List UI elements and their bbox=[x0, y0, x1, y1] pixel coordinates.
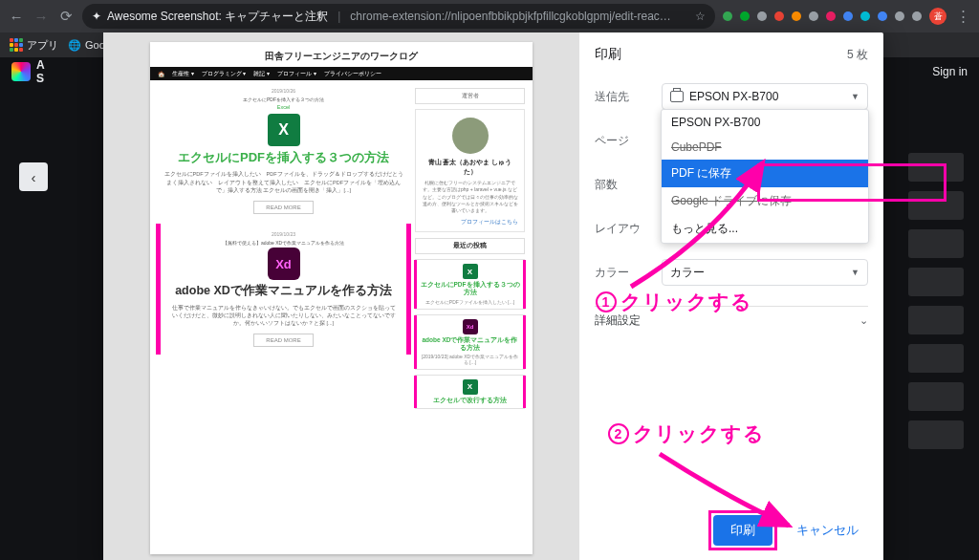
dropdown-option[interactable]: EPSON PX-B700 bbox=[662, 110, 868, 135]
recent-excerpt: [2019/10/23] adobe XDで作業マニュアルを作る [...] bbox=[420, 354, 520, 365]
panel-row[interactable] bbox=[908, 420, 964, 449]
article-body: エクセルにPDFファイルを挿入したい PDFファイルを、ドラッグ＆ドロップするだ… bbox=[158, 170, 409, 194]
profile-link: プロフィールはこちら bbox=[422, 219, 518, 226]
panel-row[interactable] bbox=[908, 153, 964, 182]
nav-item: 🏠 bbox=[158, 71, 164, 77]
copies-label: 部数 bbox=[595, 177, 662, 193]
excel-icon bbox=[268, 114, 300, 146]
article-date: 2019/10/23 bbox=[163, 231, 403, 237]
nav-item: プログラミング ▾ bbox=[202, 70, 247, 78]
annotation-number: 2 bbox=[608, 423, 629, 444]
article-subtitle: エクセルにPDFを挿入する３つの方法 bbox=[158, 97, 409, 102]
read-more-button: READ MORE bbox=[253, 201, 313, 214]
panel-row[interactable] bbox=[908, 306, 964, 334]
dropdown-option[interactable]: CubePDF bbox=[662, 135, 868, 160]
page-url: chrome-extension://nlipoenfbbikpbjkfpfil… bbox=[350, 10, 671, 23]
app-name: AS bbox=[36, 58, 45, 85]
browser-toolbar: ← → ⟳ ✦ Awesome Screenshot: キャプチャーと注釈 | … bbox=[0, 0, 979, 32]
app-logo-icon bbox=[11, 62, 31, 81]
print-preview: 田舎フリーエンジニアのワークログ 🏠 生産性 ▾ プログラミング ▾ 雑記 ▾ … bbox=[103, 32, 579, 560]
destination-select[interactable]: EPSON PX-B700 ▼ EPSON PX-B700 CubePDF PD… bbox=[662, 83, 868, 110]
destination-dropdown: EPSON PX-B700 CubePDF PDF に保存 Google ドライ… bbox=[661, 109, 869, 244]
recent-title: エクセルで改行する方法 bbox=[420, 397, 520, 404]
annotation-number: 1 bbox=[596, 291, 617, 312]
chevron-down-icon: ▼ bbox=[851, 92, 859, 101]
color-value: カラー bbox=[670, 265, 705, 281]
xd-icon bbox=[268, 248, 300, 280]
recent-title: adobe XDで作業マニュアルを作る方法 bbox=[420, 336, 520, 352]
ext-icon[interactable] bbox=[826, 11, 836, 21]
nav-item: 生産性 ▾ bbox=[172, 70, 194, 78]
menu-icon[interactable]: ⋮ bbox=[954, 8, 971, 25]
ext-icon[interactable] bbox=[809, 11, 818, 21]
dropdown-option[interactable]: Google ドライブに保存 bbox=[662, 187, 868, 215]
author-avatar bbox=[452, 118, 489, 154]
recent-post: エクセルにPDFを挿入する３つの方法 エクセルにPDFファイルを挿入したい [.… bbox=[415, 259, 525, 309]
panel-row[interactable] bbox=[908, 344, 964, 373]
editor-back-button[interactable]: ‹ bbox=[19, 162, 48, 191]
ext-icon[interactable] bbox=[912, 11, 922, 21]
layout-label: レイアウ bbox=[595, 221, 662, 237]
annotation-1: 1 クリックする bbox=[596, 289, 752, 315]
annotation-highlight-box: 印刷 bbox=[708, 510, 777, 550]
ext-icon[interactable] bbox=[878, 11, 887, 21]
destination-label: 送信先 bbox=[595, 89, 662, 105]
page-title: Awesome Screenshot: キャプチャーと注釈 bbox=[107, 9, 328, 25]
article-heading: adobe XDで作業マニュアルを作る方法 bbox=[163, 284, 403, 299]
annotation-text: クリックする bbox=[620, 289, 752, 315]
printer-icon bbox=[670, 91, 684, 102]
signin-link[interactable]: Sign in bbox=[932, 65, 968, 78]
ext-icon[interactable] bbox=[740, 11, 750, 21]
ext-icon[interactable] bbox=[860, 11, 870, 21]
article-subtitle: 【無料で使える】adobe XDで作業マニュアルを作る方法 bbox=[163, 240, 403, 246]
nav-item: 雑記 ▾ bbox=[253, 70, 270, 78]
print-button[interactable]: 印刷 bbox=[713, 515, 772, 546]
dropdown-option-selected[interactable]: PDF に保存 bbox=[662, 160, 868, 187]
ext-icon[interactable] bbox=[774, 11, 784, 21]
panel-row[interactable] bbox=[908, 229, 964, 258]
ext-icon[interactable] bbox=[792, 11, 801, 21]
ext-icon[interactable] bbox=[895, 11, 904, 21]
reload-button[interactable]: ⟳ bbox=[57, 8, 75, 25]
sheet-count: 5 枚 bbox=[847, 47, 868, 63]
recent-posts-heading: 最近の投稿 bbox=[415, 238, 525, 254]
recent-post: adobe XDで作業マニュアルを作る方法 [2019/10/23] adobe… bbox=[415, 314, 525, 370]
ext-icon[interactable] bbox=[723, 11, 732, 21]
nav-item: プロフィール ▾ bbox=[277, 70, 316, 78]
recent-post: エクセルで改行する方法 bbox=[415, 375, 525, 409]
sidebar-badge: 運営者 bbox=[415, 88, 525, 104]
editor-side-panel bbox=[903, 143, 979, 560]
recent-excerpt: エクセルにPDFファイルを挿入したい [...] bbox=[420, 299, 520, 305]
article-date: 2019/10/26 bbox=[158, 88, 409, 94]
forward-button: → bbox=[33, 8, 50, 25]
panel-row[interactable] bbox=[908, 268, 964, 296]
print-dialog-title: 印刷 bbox=[595, 46, 621, 63]
globe-icon: 🌐 bbox=[68, 39, 81, 52]
article-category: Excel bbox=[158, 104, 409, 110]
ext-icon[interactable] bbox=[843, 11, 853, 21]
print-dialog: 田舎フリーエンジニアのワークログ 🏠 生産性 ▾ プログラミング ▾ 雑記 ▾ … bbox=[103, 32, 883, 560]
chevron-down-icon: ⌄ bbox=[859, 314, 868, 327]
author-bio: 札幌に住むフリーのシステムエンジニアです。主要な言語はphp + laravel… bbox=[422, 180, 518, 214]
article-heading: エクセルにPDFを挿入する３つの方法 bbox=[158, 150, 409, 165]
panel-row[interactable] bbox=[908, 382, 964, 411]
address-bar[interactable]: ✦ Awesome Screenshot: キャプチャーと注釈 | chrome… bbox=[82, 4, 715, 29]
apps-icon bbox=[10, 38, 23, 52]
color-select[interactable]: カラー ▼ bbox=[662, 259, 868, 286]
back-button[interactable]: ← bbox=[8, 8, 25, 25]
apps-shortcut[interactable]: アプリ bbox=[10, 38, 58, 53]
annotation-text: クリックする bbox=[633, 420, 765, 447]
dropdown-option-more[interactable]: もっと見る... bbox=[662, 215, 868, 243]
profile-avatar[interactable]: 蒼 bbox=[929, 8, 946, 25]
author-card: 青山 蒼太（あおやま しゅうた） 札幌に住むフリーのシステムエンジニアです。主要… bbox=[415, 109, 525, 232]
bookmark-star-icon[interactable]: ☆ bbox=[695, 10, 706, 23]
article-body: 仕事で作業マニュアルを作らなきゃいけない。でもエクセルで画面のスクショを貼ってい… bbox=[163, 304, 403, 328]
xd-icon bbox=[463, 319, 478, 334]
cancel-button[interactable]: キャンセル bbox=[787, 510, 868, 550]
extension-icons: 蒼 ⋮ bbox=[723, 8, 971, 25]
panel-row[interactable] bbox=[908, 191, 964, 220]
nav-item: プライバシーポリシー bbox=[324, 70, 381, 78]
excel-icon bbox=[463, 264, 478, 279]
preview-page: 田舎フリーエンジニアのワークログ 🏠 生産性 ▾ プログラミング ▾ 雑記 ▾ … bbox=[150, 42, 533, 554]
ext-icon[interactable] bbox=[757, 11, 767, 21]
